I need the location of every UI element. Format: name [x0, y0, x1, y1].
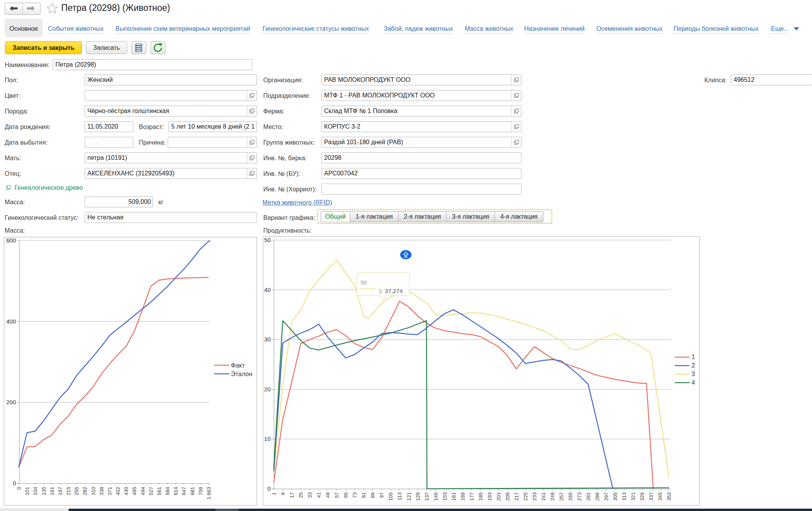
- svg-text:41: 41: [316, 492, 322, 498]
- svg-text:2: 2: [691, 362, 695, 369]
- svg-text:329: 329: [639, 492, 645, 501]
- svg-text:371: 371: [107, 487, 113, 495]
- svg-text:249: 249: [550, 492, 555, 501]
- svg-text:681: 681: [190, 487, 195, 495]
- svg-text:98: 98: [360, 279, 367, 286]
- svg-text:25: 25: [298, 492, 304, 498]
- svg-text:137: 137: [424, 492, 430, 501]
- svg-text:145: 145: [433, 492, 439, 501]
- svg-text:281: 281: [585, 492, 591, 501]
- svg-text:0: 0: [13, 480, 16, 486]
- svg-text:161: 161: [49, 487, 55, 495]
- svg-text:430: 430: [123, 487, 129, 495]
- svg-text:177: 177: [469, 492, 475, 501]
- svg-text:185: 185: [478, 492, 484, 501]
- svg-text:129: 129: [415, 492, 421, 501]
- svg-text:201: 201: [496, 492, 502, 501]
- svg-text:Факт: Факт: [231, 362, 245, 369]
- svg-text:321: 321: [630, 492, 636, 501]
- svg-text:30: 30: [264, 336, 271, 343]
- svg-text:241: 241: [541, 492, 546, 501]
- svg-text:225: 225: [523, 492, 528, 501]
- svg-text:1: 1: [271, 492, 277, 495]
- svg-text:584: 584: [165, 487, 170, 495]
- svg-text:121: 121: [406, 492, 412, 501]
- svg-text:200: 200: [6, 399, 16, 405]
- svg-text:113: 113: [397, 492, 402, 500]
- svg-text:353: 353: [666, 492, 672, 501]
- svg-text:345: 345: [657, 492, 663, 501]
- svg-text:73: 73: [352, 492, 358, 498]
- svg-text:0: 0: [268, 485, 271, 492]
- svg-text:0: 0: [16, 487, 22, 490]
- svg-text:17: 17: [289, 492, 295, 498]
- svg-text:105: 105: [388, 492, 394, 501]
- svg-text:289: 289: [594, 492, 600, 501]
- svg-text:89: 89: [370, 492, 376, 498]
- svg-text:1: 1: [691, 354, 695, 360]
- svg-text:10: 10: [264, 435, 271, 442]
- svg-text:50: 50: [264, 237, 271, 243]
- svg-text:465: 465: [131, 487, 137, 495]
- svg-text:338: 338: [99, 487, 105, 495]
- svg-text:3: 37,274: 3: 37,274: [378, 288, 403, 294]
- svg-text:33: 33: [307, 492, 313, 498]
- svg-text:273: 273: [576, 492, 582, 501]
- svg-text:400: 400: [6, 318, 16, 325]
- svg-text:Эталон: Эталон: [231, 371, 252, 377]
- svg-text:161: 161: [451, 492, 457, 501]
- svg-text:527: 527: [148, 487, 154, 495]
- svg-text:193: 193: [487, 492, 493, 501]
- svg-text:647: 647: [181, 487, 187, 495]
- svg-text:49: 49: [325, 492, 331, 498]
- svg-text:402: 402: [115, 487, 121, 495]
- svg-text:81: 81: [361, 492, 367, 498]
- svg-text:135: 135: [41, 487, 47, 495]
- svg-text:101: 101: [24, 487, 30, 495]
- svg-text:233: 233: [532, 492, 537, 501]
- svg-text:305: 305: [612, 492, 618, 501]
- svg-text:337: 337: [648, 492, 654, 501]
- svg-text:20: 20: [264, 386, 271, 393]
- svg-text:282: 282: [82, 487, 88, 495]
- svg-text:297: 297: [603, 492, 609, 501]
- svg-text:97: 97: [379, 492, 385, 498]
- svg-text:9: 9: [280, 492, 286, 495]
- svg-text:104: 104: [32, 487, 38, 495]
- svg-text:313: 313: [621, 492, 627, 501]
- svg-text:197: 197: [57, 487, 63, 495]
- svg-text:169: 169: [460, 492, 466, 501]
- svg-text:4: 4: [691, 379, 695, 386]
- svg-text:494: 494: [140, 487, 146, 495]
- svg-text:40: 40: [264, 286, 271, 293]
- svg-text:215: 215: [66, 487, 71, 495]
- svg-text:255: 255: [74, 487, 80, 495]
- svg-text:709: 709: [198, 487, 204, 495]
- svg-text:1 663: 1 663: [206, 487, 212, 500]
- svg-text:561: 561: [156, 487, 162, 495]
- svg-text:310: 310: [90, 487, 96, 495]
- svg-text:57: 57: [334, 492, 340, 498]
- svg-text:600: 600: [6, 237, 16, 244]
- svg-text:217: 217: [514, 492, 519, 501]
- svg-text:209: 209: [505, 492, 511, 501]
- svg-text:257: 257: [558, 492, 564, 501]
- svg-text:3: 3: [691, 371, 695, 377]
- svg-text:265: 265: [567, 492, 573, 501]
- svg-text:153: 153: [442, 492, 448, 501]
- svg-text:614: 614: [173, 487, 179, 495]
- svg-text:65: 65: [343, 492, 349, 498]
